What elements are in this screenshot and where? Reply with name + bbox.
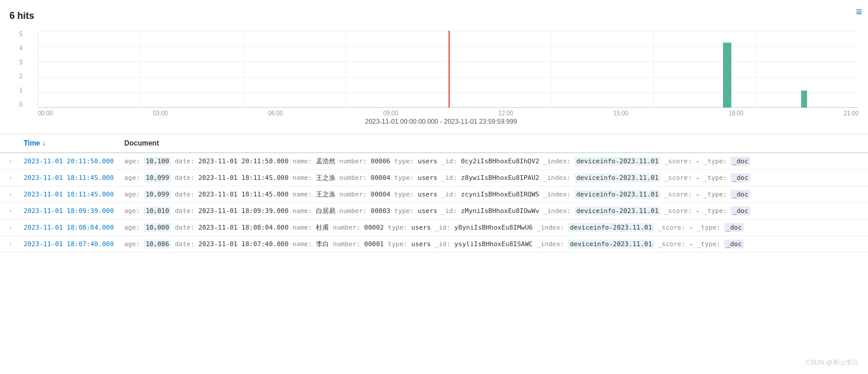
chart-bar-green-tall <box>723 43 731 108</box>
table-row[interactable]: › 2023-11-01 18:07:40.000 age: 10,086 da… <box>0 236 868 253</box>
doc-cell: age: 10,000 date: 2023-11-01 18:08:04.00… <box>124 223 859 232</box>
time-cell: 2023-11-01 18:07:40.000 <box>24 240 124 248</box>
chart-container: 5 4 3 2 1 0 <box>0 25 868 134</box>
x-label-0000: 00:00 <box>38 110 53 117</box>
expand-icon[interactable]: › <box>9 241 24 247</box>
time-cell: 2023-11-01 18:08:04.000 <box>24 224 124 231</box>
doc-cell: age: 10,099 date: 2023-11-01 18:11:45.00… <box>124 190 859 199</box>
grid-1 <box>140 31 141 108</box>
chart-y-axis: 5 4 3 2 1 0 <box>9 31 22 108</box>
table-row[interactable]: › 2023-11-01 18:11:45.000 age: 10,099 da… <box>0 186 868 203</box>
page-container: ≡ 6 hits 5 4 3 2 1 0 <box>0 0 868 374</box>
grid-5 <box>551 31 551 108</box>
expand-icon[interactable]: › <box>9 191 24 198</box>
x-label-0900: 09:00 <box>383 110 398 117</box>
y-label-1: 1 <box>19 87 22 94</box>
chart-subtitle: 2023-11-01 00:00:00.000 - 2023-11-01 23:… <box>24 118 859 125</box>
table-container: Time ↓ Document › 2023-11-01 20:11:50.00… <box>0 134 868 253</box>
grid-3 <box>346 31 346 108</box>
time-col-header[interactable]: Time ↓ <box>24 139 124 147</box>
y-label-5: 5 <box>19 31 22 37</box>
x-label-2100: 21:00 <box>844 110 859 117</box>
table-row[interactable]: › 2023-11-01 18:08:04.000 age: 10,000 da… <box>0 220 868 236</box>
expand-icon[interactable]: › <box>9 175 24 181</box>
grid-7 <box>756 31 757 108</box>
time-cell: 2023-11-01 18:09:39.000 <box>24 207 124 215</box>
corner-icon[interactable]: ≡ <box>856 6 862 18</box>
grid-2 <box>243 31 244 108</box>
y-label-3: 3 <box>19 59 22 66</box>
table-row[interactable]: › 2023-11-01 18:09:39.000 age: 10,010 da… <box>0 203 868 220</box>
x-label-1500: 15:00 <box>614 110 628 117</box>
x-label-0300: 03:00 <box>153 110 168 117</box>
x-axis-labels: 00:00 03:00 06:00 09:00 12:00 15:00 18:0… <box>38 110 859 117</box>
chart-bar-red <box>448 31 450 108</box>
grid-6 <box>653 31 654 108</box>
expand-icon[interactable]: › <box>9 208 24 214</box>
y-label-2: 2 <box>19 73 22 79</box>
time-cell: 2023-11-01 20:11:50.000 <box>24 157 124 165</box>
expand-icon[interactable]: › <box>9 224 24 231</box>
table-header: Time ↓ Document <box>0 134 868 153</box>
x-label-1800: 18:00 <box>728 110 743 117</box>
doc-col-header: Document <box>124 139 859 147</box>
time-label: Time ↓ <box>24 139 46 147</box>
chart-area <box>38 31 859 108</box>
doc-cell: age: 10,099 date: 2023-11-01 18:11:45.00… <box>124 173 859 182</box>
x-label-0600: 06:00 <box>268 110 283 117</box>
doc-cell: age: 10,010 date: 2023-11-01 18:09:39.00… <box>124 207 859 215</box>
time-cell: 2023-11-01 18:11:45.000 <box>24 191 124 198</box>
expand-icon[interactable]: › <box>9 158 24 165</box>
table-row[interactable]: › 2023-11-01 18:11:45.000 age: 10,099 da… <box>0 170 868 186</box>
y-label-4: 4 <box>19 45 22 51</box>
doc-cell: age: 10,100 date: 2023-11-01 20:11:50.00… <box>124 157 859 166</box>
hits-label: 6 hits <box>0 6 868 25</box>
watermark: CSDN @寒山李白 <box>806 358 859 367</box>
chart-bar-green-small <box>801 91 807 108</box>
table-row[interactable]: › 2023-11-01 20:11:50.000 age: 10,100 da… <box>0 153 868 170</box>
time-cell: 2023-11-01 18:11:45.000 <box>24 174 124 182</box>
x-label-1200: 12:00 <box>498 110 513 117</box>
doc-cell: age: 10,086 date: 2023-11-01 18:07:40.00… <box>124 240 859 249</box>
y-label-0: 0 <box>19 101 22 108</box>
